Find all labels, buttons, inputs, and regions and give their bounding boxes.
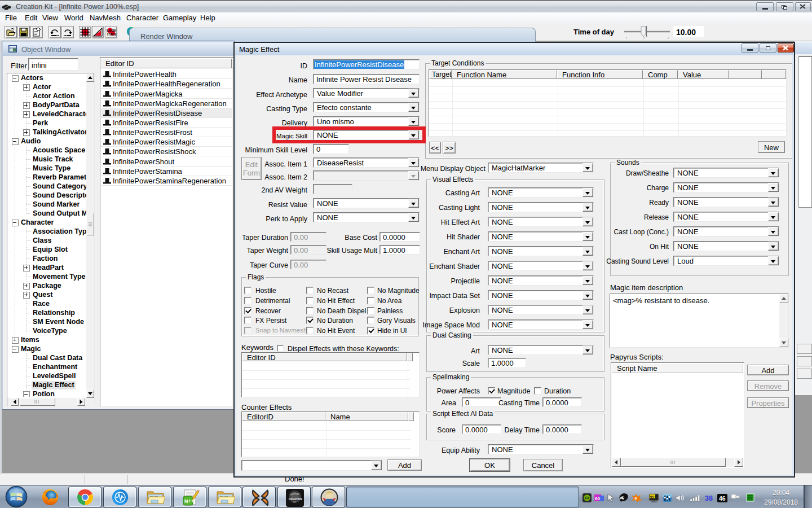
svg-text:Potion: Potion	[33, 390, 55, 397]
svg-text:Equip Slot: Equip Slot	[33, 246, 68, 253]
svg-text:99: 99	[650, 495, 655, 499]
svg-text:LeveledSpell: LeveledSpell	[33, 372, 76, 380]
svg-text:SM Event Node: SM Event Node	[33, 318, 84, 326]
svg-text:Trans: Trans	[107, 32, 117, 36]
svg-text:Magic: Magic	[21, 345, 41, 353]
svg-text:Race: Race	[33, 300, 50, 308]
svg-text:KIT: KIT	[293, 501, 297, 503]
svg-text:Movement Type: Movement Type	[33, 273, 86, 281]
svg-text:Sound Output Mode: Sound Output Mode	[33, 209, 87, 217]
svg-text:Local: Local	[107, 28, 116, 32]
svg-text:Actors: Actors	[21, 74, 43, 82]
svg-text:TalkingActivator: TalkingActivator	[33, 128, 87, 136]
svg-text:Reverb Parameters: Reverb Parameters	[33, 173, 87, 181]
svg-text:60: 60	[595, 496, 600, 501]
svg-text:Enchantment: Enchantment	[33, 363, 78, 371]
svg-text:Character: Character	[21, 218, 54, 226]
svg-text:Audio: Audio	[21, 137, 41, 145]
svg-text:Magic Effect: Magic Effect	[33, 381, 74, 389]
svg-text:Class: Class	[33, 237, 51, 244]
svg-text:Music Type: Music Type	[33, 164, 70, 172]
svg-text:Sound Marker: Sound Marker	[33, 200, 80, 208]
svg-text:Sound Category: Sound Category	[33, 182, 87, 190]
svg-text:Dual Cast Data: Dual Cast Data	[33, 354, 83, 362]
svg-text:Actor: Actor	[33, 83, 51, 91]
svg-text:Quest: Quest	[33, 291, 53, 299]
svg-text:BodyPartData: BodyPartData	[33, 101, 80, 109]
svg-text:Association Type: Association Type	[33, 227, 87, 235]
svg-text:VoiceType: VoiceType	[33, 327, 67, 335]
svg-text:Actor Action: Actor Action	[33, 92, 75, 100]
svg-text:Sound Descriptor: Sound Descriptor	[33, 191, 87, 199]
svg-text:HeadPart: HeadPart	[33, 264, 64, 271]
svg-text:38: 38	[705, 494, 713, 502]
svg-text:Faction: Faction	[33, 255, 58, 262]
svg-text:Acoustic Space: Acoustic Space	[33, 146, 85, 154]
svg-text:Relationship: Relationship	[33, 309, 75, 317]
svg-text:46: 46	[719, 495, 726, 502]
svg-text:a: a	[635, 496, 637, 500]
svg-text:Perk: Perk	[33, 119, 48, 127]
svg-text:Items: Items	[21, 336, 39, 344]
svg-text:Music Track: Music Track	[33, 155, 73, 163]
svg-text:Package: Package	[33, 282, 61, 290]
svg-text:LeveledCharacters: LeveledCharacters	[33, 110, 87, 118]
